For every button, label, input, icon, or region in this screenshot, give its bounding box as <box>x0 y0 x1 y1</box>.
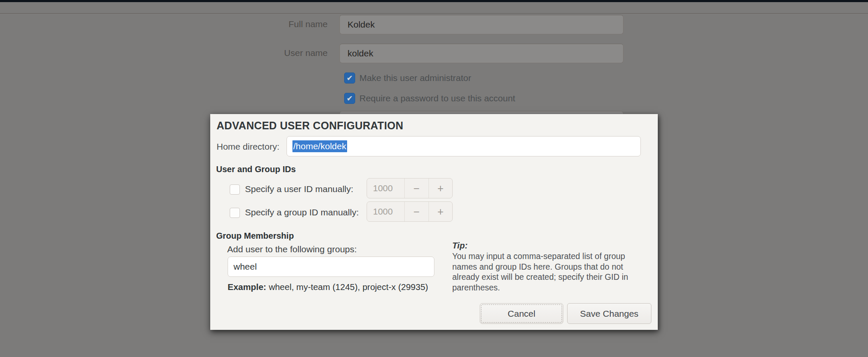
header-divider <box>0 13 868 14</box>
home-directory-label: Home directory: <box>217 142 279 152</box>
user-group-ids-header: User and Group IDs <box>216 165 296 174</box>
top-bar <box>0 0 868 2</box>
full-name-input[interactable]: Koldek <box>339 15 623 34</box>
group-id-value[interactable]: 1000 <box>367 202 404 221</box>
user-id-increment-button[interactable]: + <box>428 178 453 198</box>
home-directory-value: /home/koldek <box>292 140 347 152</box>
user-id-value[interactable]: 1000 <box>367 178 404 198</box>
example-text: wheel, my-team (1245), project-x (29935) <box>269 282 428 292</box>
groups-value: wheel <box>234 262 257 272</box>
installer-screen: Full name Koldek User name koldek ✔ Make… <box>0 0 868 357</box>
group-id-increment-button[interactable]: + <box>428 202 453 221</box>
full-name-label: Full name <box>222 19 328 29</box>
minus-icon: − <box>413 206 420 218</box>
user-name-value: koldek <box>348 48 373 59</box>
group-id-spinner[interactable]: 1000 − + <box>367 201 453 222</box>
advanced-user-configuration-dialog: ADVANCED USER CONFIGURATION Home directo… <box>210 114 658 330</box>
group-membership-header: Group Membership <box>216 231 294 241</box>
user-name-input[interactable]: koldek <box>339 44 623 63</box>
user-id-spinner[interactable]: 1000 − + <box>367 178 453 198</box>
full-name-value: Koldek <box>348 20 375 30</box>
specify-user-id-checkbox[interactable] <box>230 184 240 195</box>
check-icon: ✔ <box>346 95 353 102</box>
tip-block: Tip: You may input a comma-separated lis… <box>452 241 646 293</box>
groups-example: Example:wheel, my-team (1245), project-x… <box>228 282 428 292</box>
save-changes-button[interactable]: Save Changes <box>567 303 651 324</box>
groups-input[interactable]: wheel <box>228 257 434 277</box>
tip-title: Tip: <box>452 241 646 251</box>
plus-icon: + <box>437 182 444 195</box>
tip-body: You may input a comma-separated list of … <box>452 251 646 293</box>
minus-icon: − <box>413 182 420 195</box>
home-directory-input[interactable]: /home/koldek <box>287 136 641 156</box>
user-id-decrement-button[interactable]: − <box>404 178 428 198</box>
specify-user-id-label: Specify a user ID manually: <box>245 184 353 194</box>
dialog-title: ADVANCED USER CONFIGURATION <box>217 120 403 132</box>
make-administrator-checkbox[interactable]: ✔ <box>344 73 355 84</box>
group-id-decrement-button[interactable]: − <box>404 202 428 221</box>
plus-icon: + <box>437 206 444 218</box>
require-password-label: Require a password to use this account <box>359 93 515 103</box>
cancel-button[interactable]: Cancel <box>480 303 563 324</box>
specify-group-id-label: Specify a group ID manually: <box>245 207 359 218</box>
specify-group-id-checkbox[interactable] <box>230 208 240 218</box>
example-label: Example: <box>228 282 266 292</box>
make-administrator-label: Make this user administrator <box>359 73 471 83</box>
check-icon: ✔ <box>346 74 353 82</box>
require-password-checkbox[interactable]: ✔ <box>344 93 355 104</box>
add-groups-label: Add user to the following groups: <box>227 244 357 254</box>
user-name-label: User name <box>222 48 328 58</box>
